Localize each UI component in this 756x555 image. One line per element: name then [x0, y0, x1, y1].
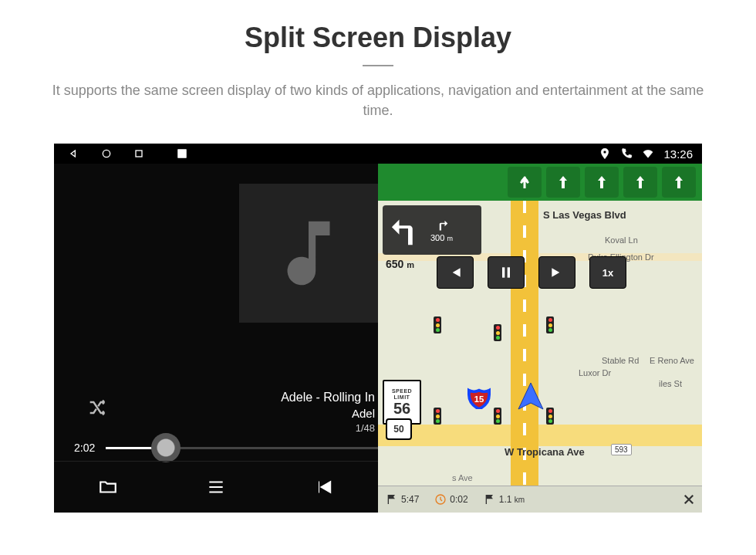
lane-guidance-bar [378, 164, 702, 201]
svg-rect-5 [639, 180, 642, 188]
distance-item[interactable]: 1.1 km [476, 493, 532, 506]
traffic-light-icon [494, 324, 501, 341]
svg-rect-4 [600, 180, 603, 188]
music-pane: Adele - Rolling In Adel 1/48 2:02 [54, 164, 378, 513]
status-time: 13:26 [663, 147, 693, 161]
map-prev-button[interactable] [437, 256, 474, 289]
track-title: Adele - Rolling In [281, 389, 375, 406]
speed-limit-value: 56 [393, 400, 410, 418]
album-art-placeholder [239, 184, 378, 323]
svg-rect-3 [562, 180, 565, 188]
traffic-light-icon [434, 408, 441, 425]
svg-rect-2 [178, 150, 187, 158]
nav-bottom-bar: 5:47 0:02 1.1 km [378, 486, 702, 513]
street-label-koval: Koval Ln [602, 235, 641, 245]
clock-icon [434, 493, 447, 506]
svg-text:15: 15 [474, 394, 484, 404]
flag-icon [386, 493, 398, 506]
track-counter: 1/48 [281, 421, 375, 435]
speed-limit-label: SPEEDLIMIT [392, 388, 412, 400]
traffic-light-icon [494, 408, 501, 425]
traffic-light-icon [546, 316, 554, 333]
phone-icon [620, 147, 633, 160]
street-label-stable: Stable Rd [599, 355, 642, 366]
recents-icon[interactable] [133, 147, 145, 160]
lane-arrow [508, 167, 542, 198]
navigation-pane: S Las Vegas Blvd Koval Ln Duke Ellington… [378, 164, 702, 513]
page-subtitle: It supports the same screen display of t… [46, 80, 710, 120]
progress-bar[interactable] [106, 447, 378, 449]
turn-right-small-icon [434, 218, 448, 232]
interstate-shield-icon: 15 [467, 386, 491, 409]
svg-rect-6 [677, 180, 680, 188]
street-label-reno: E Reno Ave [646, 355, 697, 366]
street-label-tropicana-num: 593 [611, 444, 632, 455]
current-position-arrow [515, 381, 546, 412]
turn-distance: 650 m [386, 258, 414, 270]
map-next-button[interactable] [538, 256, 575, 289]
track-info: Adele - Rolling In Adel 1/48 [281, 389, 378, 435]
route-shield: 50 [386, 418, 412, 440]
wifi-icon [642, 147, 654, 160]
playlist-button[interactable] [162, 462, 270, 513]
elapsed-time: 2:02 [74, 442, 95, 454]
svg-rect-9 [508, 268, 510, 278]
map-media-controls: 1x [437, 256, 626, 289]
device-frame: 13:26 Adele - Rolling In Adel 1/48 2:02 [54, 144, 702, 513]
previous-track-button[interactable] [270, 462, 378, 513]
street-label-giles: iles St [656, 378, 685, 389]
lane-arrow [585, 167, 619, 198]
progress-knob[interactable] [151, 433, 181, 462]
page-title: Split Screen Display [245, 22, 511, 54]
svg-rect-12 [485, 495, 486, 504]
nav-close-button[interactable] [676, 486, 702, 513]
street-label-luxor: Luxor Dr [575, 367, 614, 378]
street-label-vegas: S Las Vegas Blvd [540, 208, 629, 222]
map-pause-button[interactable] [488, 256, 525, 289]
svg-rect-1 [136, 151, 142, 157]
travel-time-item[interactable]: 0:02 [427, 493, 475, 506]
svg-rect-8 [502, 268, 505, 278]
image-indicator-icon [176, 147, 188, 160]
lane-arrow [623, 167, 657, 198]
map-speed-button[interactable]: 1x [589, 256, 626, 289]
traffic-light-icon [434, 316, 441, 333]
traffic-light-icon [546, 408, 554, 425]
turn-left-icon [386, 211, 430, 249]
music-bottom-bar [54, 461, 378, 513]
status-bar: 13:26 [54, 144, 702, 164]
location-icon [599, 147, 611, 160]
home-icon[interactable] [100, 147, 113, 160]
eta-item[interactable]: 5:47 [378, 493, 427, 506]
shuffle-button[interactable] [85, 395, 110, 420]
back-icon[interactable] [68, 147, 80, 160]
title-divider [363, 65, 393, 66]
street-label-hughes: s Ave [449, 472, 476, 483]
lane-arrow [662, 167, 696, 198]
lane-arrow [546, 167, 580, 198]
track-artist: Adel [281, 406, 375, 421]
folder-button[interactable] [54, 462, 162, 513]
street-label-tropicana: W Tropicana Ave [501, 445, 588, 459]
turn-instruction-card: 300 m [383, 205, 481, 255]
svg-rect-10 [388, 495, 389, 504]
music-note-icon [266, 211, 351, 296]
svg-point-0 [103, 151, 110, 157]
flag-icon [484, 493, 496, 506]
